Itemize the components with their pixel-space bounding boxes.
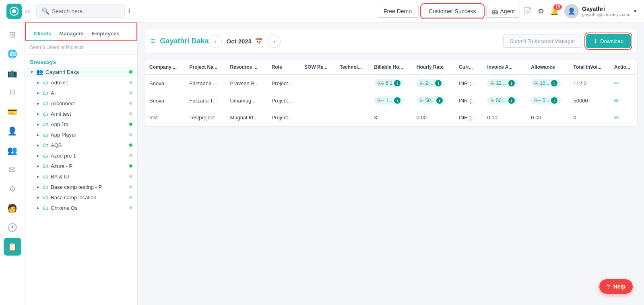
sidebar-icon-person[interactable]: 🧑 (4, 199, 21, 217)
cell-hourly: 0.00 (412, 109, 454, 126)
avatar: 👤 (564, 4, 579, 18)
content-header: ≡ Gayathri Daka ‹ Oct 2023 📅 › Submit To… (144, 29, 638, 53)
cell-tech (335, 109, 369, 126)
tab-employees[interactable]: Employees (88, 27, 124, 40)
sidebar-icon-team[interactable]: 👥 (4, 141, 21, 159)
tree-folder-icon: 🗂 (43, 184, 48, 190)
agent-button[interactable]: 🤖 Agent (486, 5, 520, 18)
free-demo-button[interactable]: Free Demo (377, 5, 419, 18)
document-icon[interactable]: 📄 (523, 7, 532, 16)
calendar-icon[interactable]: 📅 (255, 37, 263, 45)
col-hourly: Hourly Rate (412, 60, 454, 74)
tree-item-appplayer[interactable]: ► 🗂 App Player (25, 129, 137, 140)
tree-item-admin1[interactable]: ► 🗂 Admin1 (25, 77, 137, 88)
next-month-button[interactable]: › (268, 35, 281, 48)
sidebar-icon-report[interactable]: 📋 (4, 238, 21, 256)
tree-item-amittest[interactable]: ► 🗂 Amit test (25, 108, 137, 119)
status-dot (129, 154, 132, 157)
logo (6, 4, 22, 19)
tree-folder-icon: 👥 (36, 69, 43, 75)
sidebar-icon-dashboard[interactable]: ⊞ (4, 26, 21, 43)
tab-managers[interactable]: Managers (55, 27, 88, 40)
status-dot (129, 133, 132, 136)
sidebar-icon-gear[interactable]: ⚙ (4, 180, 21, 198)
cell-role: Project... (267, 109, 299, 126)
search-users-label: Search Users or Projects (25, 41, 137, 55)
tree-item-basecamplocation[interactable]: ► 🗂 Base camp location (25, 192, 137, 203)
hourly-info-icon[interactable]: i (435, 80, 442, 86)
cell-currency: INR (... (454, 92, 482, 109)
edit-icon[interactable]: ✏ (614, 114, 619, 121)
col-invoice: Invoice A... (482, 60, 526, 74)
edit-icon[interactable]: ✏ (614, 97, 619, 104)
status-dot (129, 196, 132, 199)
sidebar-icon-clock[interactable]: 🕐 (4, 219, 21, 236)
tree-item-gayathri[interactable]: ▼ 👥 Gayathri Daka (25, 67, 137, 77)
hourly-strike: 0. (420, 98, 424, 103)
main-content: ≡ Gayathri Daka ‹ Oct 2023 📅 › Submit To… (138, 23, 644, 305)
invoice-info-icon[interactable]: i (508, 97, 515, 104)
cell-total: 112.2 (569, 74, 609, 92)
cell-action[interactable]: ✏ (609, 92, 637, 109)
sidebar-icon-globe[interactable]: 🌐 (4, 45, 21, 63)
billable-info-icon[interactable]: i (394, 97, 400, 104)
tree-item-basecamptesting[interactable]: ► 🗂 Base camp testing - P (25, 182, 137, 192)
hourly-info-icon[interactable]: i (436, 97, 443, 104)
expand-icon[interactable]: ›› (25, 7, 30, 15)
help-button[interactable]: ? Help (599, 279, 633, 294)
tree-folder-icon: 🗂 (43, 173, 48, 180)
allowance-info-icon[interactable]: i (551, 97, 557, 104)
cell-allowance: 0... 0... i (526, 92, 568, 109)
cell-action[interactable]: ✏ (609, 109, 637, 126)
billable-strike: 0... (378, 98, 384, 103)
tree-chevron-icon: ► (36, 122, 41, 127)
allowance-strike: 0. (534, 80, 538, 86)
user-info[interactable]: 👤 Gayathri gayathri@snovasys.com ▼ (564, 4, 638, 18)
cell-company: Snova (144, 74, 184, 92)
tree-item-ai[interactable]: ► 🗂 AI (25, 88, 137, 98)
invoice-value: 12.... (496, 80, 507, 86)
sidebar-icon-mail[interactable]: ✉ (4, 161, 21, 178)
cell-invoice: 0. 12.... i (482, 74, 526, 92)
cell-sow (299, 74, 335, 92)
tree-chevron-icon: ► (36, 133, 41, 137)
tree-item-chromeos[interactable]: ► 🗂 Chrome Os (25, 203, 137, 213)
download-button[interactable]: ⬇ Download (586, 34, 631, 48)
tree-item-azuepro1[interactable]: ► 🗂 Azue pro 1 (25, 150, 137, 161)
status-dot (129, 102, 132, 105)
info-icon[interactable]: ℹ (128, 7, 130, 15)
allowance-info-icon[interactable]: i (551, 80, 557, 86)
tree-item-aqb[interactable]: ► 🗂 AQB (25, 140, 137, 150)
cell-project: Farzaana ... (184, 74, 225, 92)
tree-item-allconnect[interactable]: ► 🗂 Allconnect (25, 98, 137, 108)
sidebar-icon-user[interactable]: 👤 (4, 122, 21, 140)
billable-value: 6.1 (386, 80, 392, 86)
allowance-value: 0... (543, 98, 549, 103)
hamburger-icon[interactable]: ≡ (151, 37, 155, 45)
status-dot (129, 185, 132, 188)
search-input[interactable] (52, 8, 120, 14)
tree-item-appdb[interactable]: ► 🗂 App Db (25, 119, 137, 129)
billable-info-icon[interactable]: i (394, 80, 400, 86)
sidebar-icon-card[interactable]: 💳 (4, 103, 21, 121)
tab-clients[interactable]: Clients (30, 27, 55, 40)
tree-chevron-icon: ► (36, 174, 41, 179)
sidebar-icon-tv[interactable]: 📺 (4, 64, 21, 82)
section-title: Snovasys (25, 55, 137, 67)
invoice-info-icon[interactable]: i (508, 80, 515, 86)
prev-month-button[interactable]: ‹ (209, 35, 222, 48)
submit-to-account-manager-button[interactable]: Submit To Account Manager (503, 35, 582, 48)
edit-icon[interactable]: ✏ (614, 80, 619, 87)
col-allowance: Allowance (526, 60, 568, 74)
tree-chevron-icon: ► (36, 80, 41, 85)
settings-icon[interactable]: ⚙ (538, 7, 544, 16)
tree-item-azurep[interactable]: ► 🗂 Azure - P (25, 161, 137, 171)
cell-billable: 0... 1... i (369, 92, 412, 109)
tree-folder-icon: 🗂 (43, 100, 48, 106)
cell-company: test (144, 109, 184, 126)
cell-action[interactable]: ✏ (609, 74, 637, 92)
sidebar-icon-monitor[interactable]: 🖥 (4, 84, 21, 101)
tree-item-baui[interactable]: ► 🗂 BA & UI (25, 171, 137, 182)
customer-success-button[interactable]: Customer Success (422, 5, 483, 18)
notification-icon[interactable]: 🔔 15 (550, 7, 559, 16)
